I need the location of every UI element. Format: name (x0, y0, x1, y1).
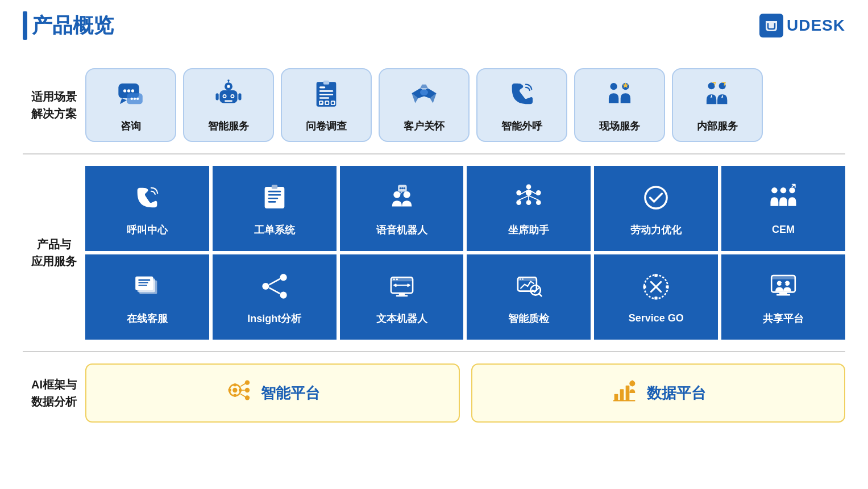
card-workforce[interactable]: 劳动力优化 (594, 166, 718, 251)
shared-platform-label: 共享平台 (763, 312, 804, 325)
quality-label: 智能质检 (508, 312, 549, 325)
survey-icon (312, 80, 341, 114)
ticket-icon (260, 183, 289, 216)
data-platform-label: 数据平台 (647, 383, 706, 403)
svg-point-78 (393, 278, 394, 280)
card-cem[interactable]: CEM (721, 166, 845, 251)
main-title: 产品概览 (32, 12, 114, 40)
cem-icon (769, 183, 798, 217)
scenario-row: 适用场景解决方案 (23, 57, 845, 154)
svg-rect-66 (138, 282, 148, 283)
svg-point-6 (134, 98, 136, 100)
page-title: 产品概览 (23, 11, 114, 40)
card-field[interactable]: 现场服务 (574, 68, 665, 142)
card-online-service[interactable]: 在线客服 (85, 254, 209, 340)
card-outbound[interactable]: 智能外呼 (476, 68, 567, 142)
svg-point-32 (708, 82, 715, 89)
phone-icon (507, 80, 537, 114)
svg-rect-38 (268, 201, 276, 203)
svg-point-109 (245, 395, 250, 400)
svg-point-40 (393, 191, 400, 198)
card-smart-platform[interactable]: 智能平台 (85, 363, 460, 423)
svg-rect-14 (225, 100, 232, 102)
card-consult[interactable]: 咨询 (85, 68, 176, 142)
svg-point-13 (231, 95, 233, 97)
svg-point-108 (245, 388, 250, 392)
call-center-icon (132, 183, 162, 216)
svg-line-85 (539, 294, 542, 296)
svg-rect-24 (319, 97, 329, 99)
svg-point-83 (522, 278, 524, 280)
svg-rect-103 (234, 394, 236, 397)
svg-point-17 (227, 85, 230, 88)
svg-line-110 (241, 383, 246, 386)
svg-rect-75 (396, 295, 408, 296)
card-care[interactable]: 客户关怀 (379, 68, 470, 142)
cem-label: CEM (772, 224, 795, 236)
svg-rect-28 (323, 81, 329, 85)
svg-point-58 (645, 186, 667, 208)
udesk-logo-icon (763, 18, 779, 34)
header: 产品概览 UDESK (23, 11, 845, 40)
svg-point-79 (396, 278, 397, 280)
outbound-label: 智能外呼 (501, 119, 542, 133)
svg-point-19 (227, 80, 229, 81)
svg-rect-23 (319, 94, 333, 95)
card-insight[interactable]: Insight分析 (213, 254, 337, 340)
svg-point-12 (223, 95, 225, 97)
svg-rect-35 (268, 190, 281, 192)
card-internal[interactable]: 内部服务 (672, 68, 763, 142)
svg-rect-113 (614, 394, 618, 401)
scenario-cards: 咨询 (85, 68, 845, 142)
service-go-label: Service GO (629, 312, 684, 324)
svg-point-70 (280, 291, 286, 298)
card-shared[interactable]: 共享平台 (721, 254, 845, 340)
logo-icon (759, 14, 783, 37)
svg-point-107 (245, 381, 250, 385)
product-grid: 呼叫中心 工单 (85, 166, 845, 340)
robot-icon (214, 80, 243, 114)
svg-rect-94 (771, 275, 795, 279)
scenario-label: 适用场景解决方案 (23, 68, 85, 142)
online-service-label: 在线客服 (127, 312, 168, 325)
card-service-go[interactable]: Service GO (594, 254, 718, 340)
svg-point-106 (232, 388, 237, 392)
ai-row: AI框架与数据分析 (23, 352, 845, 434)
svg-rect-16 (238, 93, 241, 100)
smart-platform-label: 智能平台 (261, 383, 320, 403)
svg-rect-115 (625, 386, 629, 401)
card-call-center[interactable]: 呼叫中心 (85, 166, 209, 251)
field-service-icon (605, 80, 634, 114)
card-ticket[interactable]: 工单系统 (213, 166, 337, 251)
ai-cards: 智能平台 (85, 363, 845, 423)
card-text-robot[interactable]: 文本机器人 (340, 254, 464, 340)
care-label: 客户关怀 (404, 119, 445, 133)
card-voice-robot[interactable]: 语音机器人 (340, 166, 464, 251)
workforce-label: 劳动力优化 (630, 223, 682, 237)
svg-point-68 (280, 274, 286, 281)
svg-line-52 (519, 195, 529, 200)
svg-rect-96 (776, 294, 790, 295)
title-bar-decoration (23, 11, 27, 40)
svg-point-61 (789, 187, 795, 193)
product-row-2: 在线客服 In (85, 254, 845, 340)
svg-rect-74 (398, 293, 404, 295)
text-robot-label: 文本机器人 (376, 312, 427, 325)
svg-line-71 (269, 279, 280, 285)
card-quality[interactable]: 智能质检 (467, 254, 591, 340)
svg-point-69 (262, 282, 269, 289)
scenario-content: 咨询 (85, 68, 845, 142)
svg-point-48 (526, 200, 531, 205)
svg-point-59 (771, 187, 777, 193)
svg-point-57 (526, 184, 531, 189)
logo-text: UDESK (787, 16, 845, 35)
card-seat-assist[interactable]: 坐席助手 (467, 166, 591, 251)
internal-service-icon (703, 80, 732, 114)
card-data-platform[interactable]: 数据平台 (471, 363, 846, 423)
svg-rect-22 (319, 90, 333, 92)
survey-label: 问卷调查 (306, 119, 347, 133)
svg-line-72 (269, 287, 280, 293)
card-smart-service[interactable]: 智能服务 (183, 68, 274, 142)
svg-rect-37 (268, 198, 277, 199)
card-survey[interactable]: 问卷调查 (281, 68, 372, 142)
